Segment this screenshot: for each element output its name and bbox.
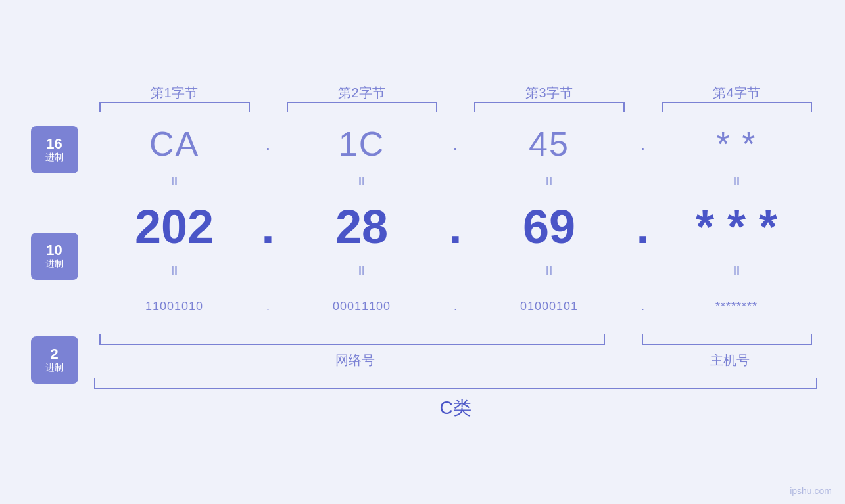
- dec-b4: * * *: [656, 200, 817, 254]
- bin-sep2: .: [443, 300, 469, 313]
- eq1-b4: II: [656, 175, 817, 189]
- hex-b1: CA: [94, 124, 255, 164]
- dec-badge: 10 进制: [31, 233, 78, 280]
- eq1-b1: II: [94, 175, 255, 189]
- bin-sep1: .: [255, 300, 281, 313]
- eq1-b3: II: [469, 175, 630, 189]
- bin-badge: 2 进制: [31, 336, 78, 384]
- bracket-b2: [287, 102, 437, 112]
- content-area: 16 进制 10 进制 2 进制: [28, 84, 817, 421]
- dec-b1: 202: [94, 200, 255, 254]
- dec-b3: 69: [469, 200, 630, 254]
- dec-row: 202 . 28 . 69 . * * *: [94, 194, 817, 260]
- dec-badge-num: 10: [46, 242, 62, 258]
- top-brackets: [94, 102, 817, 112]
- dec-sep2: .: [443, 200, 469, 254]
- byte1-header: 第1字节: [94, 84, 255, 102]
- watermark: ipshu.com: [790, 486, 832, 496]
- hex-badge: 16 进制: [31, 126, 78, 173]
- bin-badge-unit: 进制: [45, 362, 64, 373]
- main-container: 16 进制 10 进制 2 进制: [0, 0, 845, 504]
- byte3-header: 第3字节: [469, 84, 630, 102]
- eq2-b2: II: [281, 264, 443, 278]
- hex-row: CA . 1C . 45 . * *: [94, 118, 817, 170]
- net-bracket: [99, 334, 605, 345]
- bracket-b3: [474, 102, 625, 112]
- grid-area: 第1字节 第2字节 第3字节 第4字节 CA .: [81, 84, 817, 421]
- label-column: 16 进制 10 进制 2 进制: [28, 124, 81, 384]
- hex-sep3: .: [630, 133, 656, 154]
- bracket-b4: [662, 102, 812, 112]
- host-bracket: [642, 334, 812, 345]
- bracket-b1: [99, 102, 250, 112]
- hex-badge-unit: 进制: [45, 152, 64, 163]
- eq-row-2: II II II II: [94, 260, 817, 283]
- hex-badge-num: 16: [46, 136, 62, 152]
- eq2-b3: II: [469, 264, 630, 278]
- labels-row: 网络号 主机号: [94, 352, 817, 369]
- hex-sep2: .: [443, 133, 469, 154]
- bin-b4: ********: [656, 300, 817, 313]
- eq-row-1: II II II II: [94, 170, 817, 194]
- dec-sep1: .: [255, 200, 281, 254]
- eq2-b1: II: [94, 264, 255, 278]
- hex-b2: 1C: [281, 124, 443, 164]
- cclass-bracket: [94, 378, 817, 389]
- eq1-b2: II: [281, 175, 443, 189]
- bin-b3: 01000101: [469, 300, 630, 313]
- bin-row: 11001010 . 00011100 . 01000101 . *******…: [94, 283, 817, 331]
- bin-badge-num: 2: [50, 346, 58, 362]
- byte-headers: 第1字节 第2字节 第3字节 第4字节: [94, 84, 817, 102]
- mid-bottom-brackets: [94, 334, 817, 345]
- cclass-label: C类: [94, 396, 817, 421]
- dec-b2: 28: [281, 200, 443, 254]
- host-label: 主机号: [643, 352, 817, 369]
- byte4-header: 第4字节: [656, 84, 817, 102]
- dec-badge-unit: 进制: [45, 258, 64, 269]
- hex-b4: * *: [656, 124, 817, 164]
- byte2-header: 第2字节: [281, 84, 443, 102]
- bin-b2: 00011100: [281, 300, 443, 313]
- net-label: 网络号: [94, 352, 617, 369]
- bin-sep3: .: [630, 300, 656, 313]
- bin-b1: 11001010: [94, 300, 255, 313]
- eq2-b4: II: [656, 264, 817, 278]
- hex-b3: 45: [469, 124, 630, 164]
- hex-sep1: .: [255, 133, 281, 154]
- dec-sep3: .: [630, 200, 656, 254]
